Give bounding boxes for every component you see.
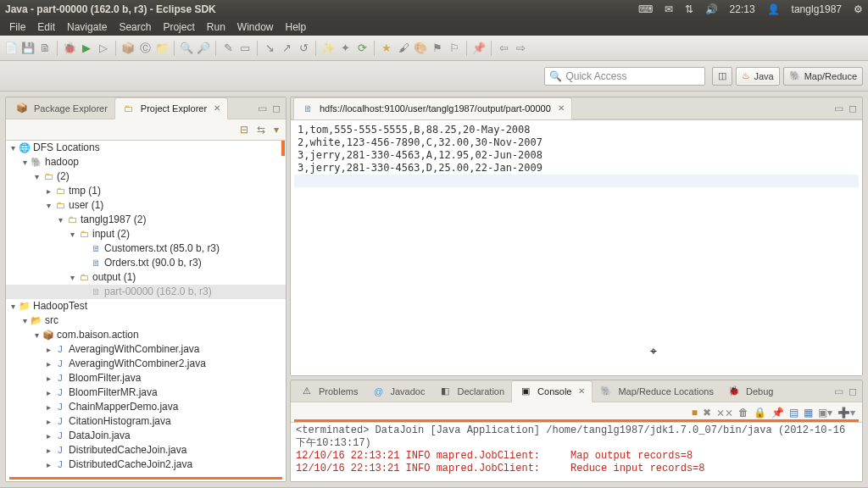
quick-access-input[interactable]: 🔍 Quick Access	[544, 67, 705, 86]
new-package-icon[interactable]: 📦	[120, 41, 136, 56]
user-name[interactable]: tanglg1987	[792, 3, 842, 15]
clock[interactable]: 22:13	[730, 3, 755, 15]
last-edit-icon[interactable]: ↺	[296, 41, 311, 56]
tab-package-explorer[interactable]: 📦 Package Explorer	[8, 98, 114, 119]
new-console-icon[interactable]: ➕▾	[837, 407, 855, 419]
menu-run[interactable]: Run	[201, 21, 231, 33]
maximize-icon[interactable]: ◻	[849, 385, 857, 397]
tree-orders[interactable]: Orders.txt (90.0 b, r3)	[104, 256, 202, 270]
tree-output[interactable]: output (1)	[92, 270, 136, 285]
tree-j5[interactable]: ChainMapperDemo.java	[69, 400, 178, 414]
tree-j3[interactable]: BloomFilter.java	[69, 371, 141, 385]
minimize-icon[interactable]: ▭	[258, 103, 267, 114]
tree-hadoop[interactable]: hadoop	[45, 155, 79, 169]
wand2-icon[interactable]: ✦	[337, 41, 353, 56]
tree-tanglg[interactable]: tanglg1987 (2)	[81, 213, 146, 227]
menu-search[interactable]: Search	[113, 21, 157, 33]
pin-icon[interactable]: 📌	[471, 41, 487, 56]
tab-declaration[interactable]: ◧Declaration	[431, 381, 511, 402]
remove-launch-icon[interactable]: ✖	[703, 407, 711, 419]
flag-icon[interactable]: ⚑	[430, 41, 445, 56]
menu-project[interactable]: Project	[157, 21, 200, 33]
next-annotation-icon[interactable]: ↘	[262, 41, 277, 56]
tree-j9[interactable]: DistributedCacheJoin2.java	[69, 458, 192, 472]
tree-j7[interactable]: DataJoin.java	[69, 429, 131, 443]
scroll-lock-icon[interactable]: 🔒	[754, 407, 766, 419]
palette-icon[interactable]: 🎨	[413, 41, 428, 56]
toggle-mark-icon[interactable]: ✎	[220, 41, 236, 56]
tree-user[interactable]: user (1)	[69, 198, 103, 213]
project-tree[interactable]: ▾🌐DFS Locations ▾🐘hadoop ▾🗀(2) ▸🗀tmp (1)…	[6, 140, 286, 481]
close-icon[interactable]: ✕	[214, 103, 220, 113]
open-perspective-button[interactable]: ◫	[712, 67, 732, 86]
menu-edit[interactable]: Edit	[31, 21, 61, 33]
close-icon[interactable]: ✕	[578, 386, 585, 396]
tree-dfs[interactable]: DFS Locations	[33, 141, 100, 155]
menu-help[interactable]: Help	[280, 21, 313, 33]
gear-icon[interactable]: ⚙	[854, 3, 863, 15]
minimize-icon[interactable]: ▭	[834, 103, 843, 114]
tab-mapreduce[interactable]: 🐘Map/Reduce Locations	[593, 381, 721, 402]
prev-annotation-icon[interactable]: ↗	[279, 41, 294, 56]
tree-input[interactable]: input (2)	[92, 227, 130, 241]
close-icon[interactable]: ✕	[558, 103, 565, 113]
tree-j4[interactable]: BloomFilterMR.java	[69, 385, 158, 400]
wand-icon[interactable]: ✨	[320, 41, 336, 56]
network-icon[interactable]: ⇅	[685, 3, 693, 15]
tree-j1[interactable]: AveragingWithCombiner.java	[69, 342, 200, 357]
console-output[interactable]: <terminated> DataJoin [Java Application]…	[291, 423, 862, 481]
new-folder-icon[interactable]: 📁	[154, 41, 170, 56]
menu-window[interactable]: Window	[231, 21, 280, 33]
tree-j2[interactable]: AveragingWithCombiner2.java	[69, 357, 206, 371]
tree-customers[interactable]: Customers.txt (85.0 b, r3)	[104, 241, 220, 256]
tree-src[interactable]: src	[45, 313, 58, 328]
tree-two[interactable]: (2)	[57, 169, 70, 184]
save-icon[interactable]: 💾	[20, 41, 36, 56]
tree-part[interactable]: part-00000 (162.0 b, r3)	[104, 285, 212, 299]
tree-tmp[interactable]: tmp (1)	[69, 184, 101, 198]
maximize-icon[interactable]: ◻	[272, 103, 281, 114]
mapreduce-perspective-button[interactable]: 🐘 Map/Reduce	[783, 67, 863, 86]
run-icon[interactable]: ▶	[79, 41, 94, 56]
new-icon[interactable]: 📄	[3, 41, 19, 56]
run-last-icon[interactable]: ▷	[96, 41, 111, 56]
volume-icon[interactable]: 🔊	[705, 3, 718, 15]
new-class-icon[interactable]: Ⓒ	[137, 41, 153, 56]
editor-tab[interactable]: 🗎 hdfs://localhost:9100/user/tanglg1987/…	[293, 97, 572, 119]
tree-hadooptest[interactable]: HadoopTest	[33, 299, 87, 313]
back-icon[interactable]: ⇦	[496, 41, 511, 56]
tab-project-explorer[interactable]: 🗀 Project Explorer ✕	[114, 97, 228, 119]
tree-pkg[interactable]: com.baison.action	[57, 328, 139, 342]
paintbrush-icon[interactable]: 🖌	[396, 41, 411, 56]
java-perspective-button[interactable]: ♨ Java	[736, 67, 779, 86]
open-type-icon[interactable]: 🔍	[179, 41, 194, 56]
mail-icon[interactable]: ✉	[665, 3, 673, 15]
tree-j8[interactable]: DistributedCacheJoin.java	[69, 443, 186, 458]
toggle-block-icon[interactable]: ▭	[237, 41, 253, 56]
search-icon[interactable]: 🔎	[196, 41, 211, 56]
clear-console-icon[interactable]: 🗑	[738, 407, 748, 419]
editor-body[interactable]: 1,tom,555-555-5555,B,88.25,20-May-2008 2…	[291, 119, 862, 375]
collapse-all-icon[interactable]: ⊟	[240, 124, 248, 136]
tab-debug[interactable]: 🐞Debug	[721, 381, 780, 402]
save-all-icon[interactable]: 🗎	[37, 41, 53, 56]
debug-icon[interactable]: 🐞	[62, 41, 77, 56]
tab-console[interactable]: ▣Console✕	[511, 380, 593, 402]
tab-problems[interactable]: ⚠Problems	[293, 381, 364, 402]
keyboard-icon[interactable]: ⌨	[638, 3, 653, 15]
star-icon[interactable]: ★	[379, 41, 394, 56]
menu-navigate[interactable]: Navigate	[61, 21, 113, 33]
link-editor-icon[interactable]: ⇆	[257, 124, 265, 136]
display-selected-icon[interactable]: ▤	[789, 407, 798, 419]
forward-icon[interactable]: ⇨	[513, 41, 528, 56]
pin-console-icon[interactable]: 📌	[771, 407, 784, 419]
tree-j6[interactable]: CitationHistogram.java	[69, 414, 171, 429]
show-console-icon[interactable]: ▦	[804, 407, 813, 419]
maximize-icon[interactable]: ◻	[849, 103, 857, 114]
minimize-icon[interactable]: ▭	[834, 385, 843, 397]
refresh-icon[interactable]: ⟳	[354, 41, 370, 56]
view-menu-icon[interactable]: ▾	[274, 124, 279, 136]
tab-javadoc[interactable]: @Javadoc	[364, 381, 431, 402]
remove-all-icon[interactable]: ⨯⨯	[716, 407, 733, 419]
terminate-icon[interactable]: ■	[692, 407, 698, 419]
